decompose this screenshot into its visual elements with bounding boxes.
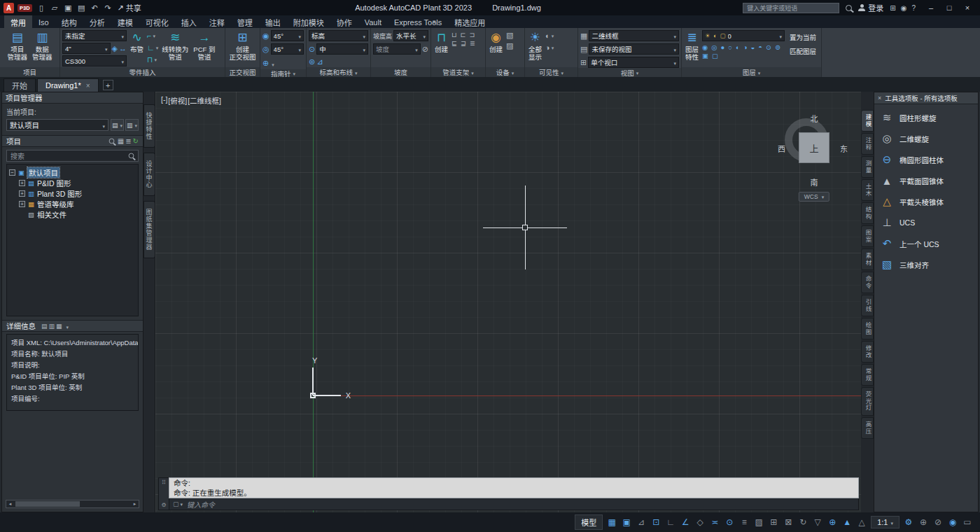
notification-bell-icon[interactable]: ◉ [901, 4, 907, 12]
layer-freeze-icon[interactable]: ● [721, 43, 725, 51]
isolate-objects-icon[interactable]: ⊘ [931, 514, 945, 530]
ribbon-tab[interactable]: 精选应用 [448, 15, 491, 28]
layer-delete-icon[interactable]: ⊚ [775, 43, 780, 51]
tool-palette-item[interactable]: ⊥ UCS [874, 212, 978, 233]
compass-icon[interactable]: ⊕ [262, 58, 269, 68]
snap-icon[interactable]: ▣ [620, 514, 634, 530]
clean-screen-icon[interactable]: ▭ [960, 514, 974, 530]
layer-unlock-icon[interactable]: ◑ [743, 43, 748, 51]
anchored-palette-tab[interactable]: 设计中心 [144, 153, 155, 196]
transparency-icon[interactable]: ▨ [752, 514, 766, 530]
layer-dropdown[interactable]: ☀ ◐ ▢ 0 [702, 30, 785, 41]
elevation-dropdown[interactable]: 标高 [309, 30, 368, 41]
command-input[interactable]: ▢ 键入命令 [169, 498, 859, 510]
horizontal-scrollbar[interactable]: ◂ ▸ [6, 500, 139, 508]
detail-view-icon[interactable]: ▦ [56, 321, 62, 331]
viewcube-north[interactable]: 北 [811, 113, 818, 124]
close-button[interactable]: × [958, 0, 976, 15]
tree-item[interactable]: + ▤ P&ID 图形 [19, 178, 136, 188]
support-5-icon[interactable]: ⊒ [461, 39, 466, 47]
project-search-input[interactable]: 搜索 [6, 150, 139, 162]
layer-isolate-icon[interactable]: ◒ [751, 43, 755, 51]
routing-slope-icon[interactable]: ⊿ [316, 57, 323, 66]
export-icon[interactable]: ▥ [125, 119, 139, 131]
set-current-layer-button[interactable]: 置为当前 [787, 30, 819, 44]
print-icon[interactable]: ▤ [111, 119, 124, 131]
dynamic-ucs-icon[interactable]: ↻ [796, 514, 810, 530]
tool-palette-tab[interactable]: 结构 [861, 202, 874, 224]
recent-commands-icon[interactable]: ▢ [173, 500, 183, 507]
routing-offset-icon[interactable]: ⊚ [309, 57, 315, 66]
tree-expander-icon[interactable]: − [9, 169, 15, 176]
autoscale-icon[interactable]: △ [855, 514, 869, 530]
compass-snap-icon[interactable]: ◎ [262, 44, 270, 54]
new-drawing-tab-button[interactable]: + [103, 80, 113, 90]
compass-angle-dropdown[interactable]: 45° [271, 30, 304, 41]
compass-options-caret[interactable] [270, 57, 274, 69]
gizmo-icon[interactable]: ⊕ [825, 514, 839, 530]
viewport-control[interactable]: [俯视] [168, 95, 187, 106]
create-ortho-view-button[interactable]: ⊞ 创建 正交视图 [227, 30, 257, 62]
layer-unisolate-icon[interactable]: ◓ [758, 43, 762, 51]
tree-item[interactable]: ▧ 相关文件 [19, 209, 136, 220]
viewport-control[interactable]: [二维线框] [188, 95, 221, 106]
routing-plane-icon[interactable]: ⊙ [309, 44, 315, 54]
ribbon-tab[interactable]: 可视化 [139, 15, 175, 28]
compass-toggle-icon[interactable]: ◉ [262, 31, 270, 41]
scroll-left-icon[interactable]: ◂ [6, 501, 14, 507]
show-all-button[interactable]: ☀ 全部 显示 [527, 30, 543, 62]
layer-lock-icon[interactable]: ◐ [736, 43, 740, 51]
support-1-icon[interactable]: ⊔ [451, 31, 456, 38]
viewcube-south[interactable]: 南 [811, 176, 818, 188]
tab-close-icon[interactable]: × [86, 82, 90, 90]
layer-walk-icon[interactable]: ▣ [702, 52, 708, 59]
support-4-icon[interactable]: ⊑ [451, 39, 457, 47]
ribbon-tab[interactable]: Vault [358, 15, 388, 28]
viewport-control[interactable]: [-] [161, 95, 167, 106]
drawing-canvas[interactable]: [-][俯视][二维线框] Y X 上 北 南 西 东 WCS ⠿ ⚙ 命令: … [155, 92, 861, 512]
open-icon[interactable]: ▱ [49, 1, 61, 15]
project-search-icon[interactable] [108, 139, 114, 144]
scrollbar-thumb[interactable] [15, 501, 80, 507]
tree-expander-icon[interactable]: + [19, 201, 25, 207]
slope-value-dropdown[interactable]: 坡度 [373, 43, 421, 55]
tool-palette-tab[interactable]: 命令 [861, 272, 874, 293]
ribbon-tab[interactable]: 分析 [83, 15, 111, 28]
tree-expander-icon[interactable]: + [19, 180, 25, 186]
tool-palette-tab[interactable]: 高压 [861, 417, 874, 439]
command-grip-icon[interactable]: ⠿ [162, 479, 166, 486]
viewcube[interactable]: 上 北 南 西 东 WCS [776, 115, 853, 203]
joint-icon[interactable]: ⊓ [147, 54, 158, 65]
route-pipe-button[interactable]: ∿ 布管 [129, 30, 145, 55]
selection-filter-icon[interactable]: ▽ [811, 514, 825, 530]
pipe-bend-icon[interactable]: ∟ [147, 42, 158, 53]
detail-print-icon[interactable]: ▤ [41, 321, 48, 331]
annotation-visibility-icon[interactable]: ▲ [840, 514, 854, 530]
view-dropdown[interactable]: 未保存的视图 [589, 43, 679, 55]
tool-palette-tab[interactable]: 修改 [861, 341, 874, 363]
size-dropdown[interactable]: 4" [62, 43, 111, 54]
tool-palette-tab[interactable]: 建模 [861, 110, 874, 132]
ribbon-tab[interactable]: 建模 [111, 15, 139, 28]
selection-cycling-icon[interactable]: ⊞ [766, 514, 780, 530]
line-to-pipe-button[interactable]: ≋ 线转换为 管道 [160, 30, 190, 62]
polar-tracking-icon[interactable]: ∠ [678, 514, 692, 530]
viewcube-top-face[interactable]: 上 [799, 132, 830, 163]
workspace-gear-icon[interactable]: ⚙ [902, 514, 916, 530]
hide-selected-icon[interactable]: ◐ [545, 30, 554, 41]
ribbon-tab[interactable]: 附加模块 [287, 15, 330, 28]
scroll-right-icon[interactable]: ▸ [131, 501, 139, 507]
tool-palette-tab[interactable]: 土木 [861, 179, 874, 201]
redo-icon[interactable]: ↷ [102, 1, 114, 15]
project-manager-button[interactable]: ▤ 项目 管理器 [6, 30, 29, 62]
tree-expander-icon[interactable] [19, 211, 25, 218]
tool-palette-tab[interactable]: 注释 [861, 133, 874, 155]
customize-icon[interactable]: ⚙ [161, 502, 166, 508]
data-manager-button[interactable]: ▥ 数据 管理器 [31, 30, 54, 62]
isodraft-icon[interactable]: ◇ [693, 514, 707, 530]
details-caret[interactable] [65, 322, 69, 330]
model-space-button[interactable]: 模型 [575, 514, 603, 530]
dynamic-input-icon[interactable]: ⊡ [649, 514, 663, 530]
match-layer-button[interactable]: 匹配图层 [787, 44, 819, 58]
equipment-attach-icon[interactable]: ▧ [506, 30, 513, 40]
